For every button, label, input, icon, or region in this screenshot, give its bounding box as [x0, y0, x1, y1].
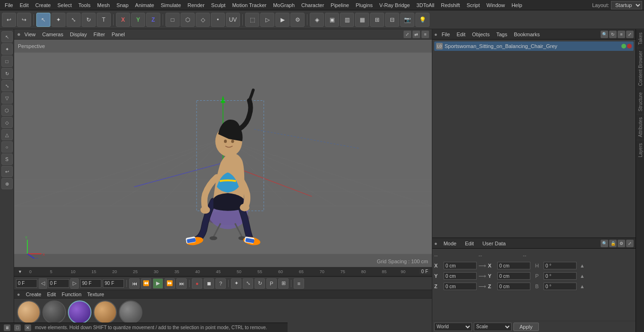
sidebar-tool9[interactable]: △ — [1, 129, 13, 140]
sidebar-tool8[interactable]: ◇ — [1, 117, 13, 128]
move-key-button[interactable]: ✦ — [231, 278, 241, 289]
coord-x1-input[interactable] — [444, 262, 477, 269]
record-button[interactable]: ● — [192, 278, 202, 289]
vp-cameras-menu[interactable]: Cameras — [40, 31, 66, 38]
vp-display-menu[interactable]: Display — [67, 31, 90, 38]
sidebar-tool10[interactable]: ○ — [1, 141, 13, 153]
tab-structure[interactable]: Structure — [636, 89, 644, 114]
mat-create-menu[interactable]: Create — [26, 292, 41, 297]
y-axis-button[interactable]: Y — [131, 13, 145, 27]
z-axis-button[interactable]: Z — [146, 13, 160, 27]
attr-lock-icon[interactable]: 🔒 — [609, 240, 617, 247]
sidebar-tool11[interactable]: S — [1, 154, 13, 165]
play-button[interactable]: ▶ — [153, 278, 163, 289]
lock-view-button[interactable]: ⊟ — [385, 13, 399, 27]
four-view-button[interactable]: ⊞ — [370, 13, 384, 27]
obj-expand-icon[interactable]: ⤢ — [626, 31, 634, 38]
prev-frame-button[interactable]: ⏪ — [141, 278, 151, 289]
menu-snap[interactable]: Snap — [114, 1, 132, 9]
status-icon-1[interactable]: 🖥 — [4, 324, 10, 331]
light-button[interactable]: 💡 — [415, 13, 429, 27]
go-to-start-button[interactable]: ⏮ — [129, 278, 140, 289]
sidebar-scale[interactable]: □ — [1, 56, 13, 67]
menu-vray[interactable]: V-Ray Bridge — [377, 1, 413, 9]
menu-simulate[interactable]: Simulate — [158, 1, 184, 9]
obj-bookmarks-menu[interactable]: Bookmarks — [512, 31, 542, 38]
transform-tool-button[interactable]: T — [97, 13, 111, 27]
obj-objects-menu[interactable]: Objects — [470, 31, 492, 38]
3d-viewport[interactable]: Perspective Grid Spacing : 100 cm X Y Z — [14, 40, 432, 267]
scale-dropdown[interactable]: Scale — [474, 323, 512, 331]
obj-file-menu[interactable]: File — [439, 31, 453, 38]
next-frame-button[interactable]: ⏩ — [165, 278, 175, 289]
layout-select[interactable]: Startup — [611, 1, 642, 9]
attr-expand-icon[interactable]: ⤢ — [626, 240, 634, 247]
sidebar-tool6[interactable]: ▽ — [1, 92, 13, 104]
coord-z1-input[interactable] — [444, 283, 477, 290]
scale-tool-button[interactable]: ⤡ — [66, 13, 81, 27]
obj-filter-icon[interactable]: ≡ — [618, 31, 625, 38]
sidebar-live-selection[interactable]: ↖ — [1, 31, 13, 42]
menu-script[interactable]: Script — [464, 1, 483, 9]
rotate-tool-button[interactable]: ↻ — [82, 13, 96, 27]
frame-next-input[interactable]: ▷ — [70, 278, 79, 289]
tab-layers[interactable]: Layers — [636, 140, 644, 160]
apply-button[interactable]: Apply — [513, 323, 539, 331]
status-icon-3[interactable]: ✕ — [25, 324, 31, 331]
coord-z2-input[interactable] — [497, 283, 530, 290]
coord-b-input[interactable] — [544, 283, 577, 290]
end-frame-input2[interactable] — [103, 279, 124, 288]
obj-row-sportswoman[interactable]: L0 Sportswoman_Sitting_on_Balancing_Chai… — [434, 41, 634, 51]
vp-settings-icon[interactable]: ≡ — [421, 31, 429, 38]
attr-search-icon[interactable]: 🔍 — [601, 240, 608, 247]
coord-y2-input[interactable] — [497, 272, 530, 280]
grid-button[interactable]: ⊞ — [278, 278, 289, 289]
mat-edit-menu[interactable]: Edit — [47, 292, 56, 297]
object-mode-button[interactable]: □ — [165, 13, 180, 27]
go-to-end-button[interactable]: ⏭ — [176, 278, 187, 289]
render-settings-button[interactable]: ⚙ — [290, 13, 305, 27]
vp-filter-menu[interactable]: Filter — [91, 31, 107, 38]
vp-panel-menu[interactable]: Panel — [109, 31, 128, 38]
vp-sync-icon[interactable]: ⇄ — [413, 31, 420, 38]
coord-h-input[interactable] — [544, 262, 577, 269]
menu-select[interactable]: Select — [55, 1, 75, 9]
tab-content-browser[interactable]: Content Browser — [636, 48, 644, 89]
render-region-button[interactable]: ⬚ — [245, 13, 259, 27]
undo-button[interactable]: ↩ — [2, 13, 16, 27]
mat-function-menu[interactable]: Function — [62, 292, 82, 297]
menu-window[interactable]: Window — [484, 1, 508, 9]
obj-dot-red[interactable] — [627, 44, 632, 49]
obj-dot-green[interactable] — [621, 44, 626, 49]
menu-mesh[interactable]: Mesh — [94, 1, 113, 9]
menu-mograph[interactable]: MoGraph — [270, 1, 297, 9]
sidebar-tool5[interactable]: ⤡ — [1, 80, 13, 91]
start-frame-input[interactable] — [16, 279, 37, 288]
sidebar-tool7[interactable]: ⬡ — [1, 105, 13, 116]
attr-settings-icon[interactable]: ⚙ — [618, 240, 625, 247]
redo-button[interactable]: ↪ — [17, 13, 31, 27]
menu-tools[interactable]: Tools — [75, 1, 93, 9]
menu-plugins[interactable]: Plugins — [353, 1, 375, 9]
stop-button[interactable]: ⏹ — [204, 278, 214, 289]
menu-help[interactable]: Help — [509, 1, 525, 9]
vp-maximize-icon[interactable]: ⤢ — [404, 31, 411, 38]
menu-3dtoall[interactable]: 3DToAll — [413, 1, 437, 9]
x-axis-button[interactable]: X — [116, 13, 130, 27]
attr-user-data-menu[interactable]: User Data — [480, 240, 508, 247]
sidebar-move[interactable]: ✦ — [1, 43, 13, 55]
edge-mode-button[interactable]: ◇ — [196, 13, 210, 27]
coord-y1-input[interactable] — [444, 272, 477, 280]
sidebar-rotate[interactable]: ↻ — [1, 68, 13, 79]
obj-edit-menu[interactable]: Edit — [454, 31, 468, 38]
sidebar-tool13[interactable]: ⊕ — [1, 178, 13, 189]
menu-create[interactable]: Create — [33, 1, 54, 9]
camera-button[interactable]: 📷 — [400, 13, 414, 27]
obj-refresh-icon[interactable]: ↻ — [609, 31, 617, 38]
param-button[interactable]: P — [266, 278, 277, 289]
scale-key-button[interactable]: ⤡ — [243, 278, 253, 289]
menu-pipeline[interactable]: Pipeline — [328, 1, 352, 9]
polygon-mode-button[interactable]: ⬡ — [181, 13, 195, 27]
point-mode-button[interactable]: • — [211, 13, 225, 27]
frame-prev-input[interactable]: ◁ — [39, 278, 47, 289]
